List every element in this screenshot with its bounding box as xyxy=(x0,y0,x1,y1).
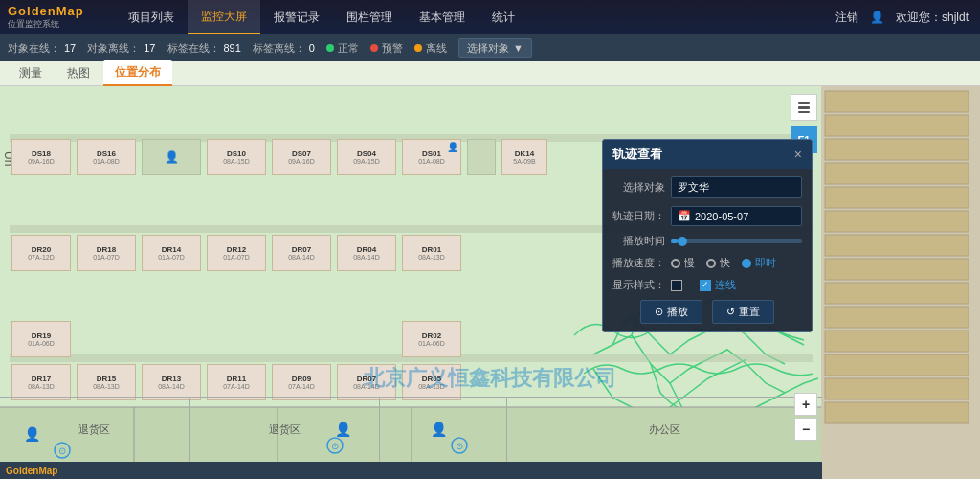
status-normal-label: 正常 xyxy=(338,41,359,56)
slider-thumb[interactable] xyxy=(678,237,687,246)
svg-rect-5 xyxy=(825,163,969,184)
shelf-dr11: DR11 07A-14D xyxy=(207,364,266,400)
slider-fill xyxy=(671,240,678,243)
track-panel-header: 轨迹查看 × xyxy=(603,140,812,169)
display-line-checkbox[interactable] xyxy=(700,280,711,291)
speed-fast-label: 快 xyxy=(720,256,730,270)
svg-rect-11 xyxy=(825,307,969,328)
stat-tag-offline-value: 0 xyxy=(309,42,315,54)
svg-rect-9 xyxy=(825,259,969,280)
nav-item-fence[interactable]: 围栏管理 xyxy=(333,0,406,34)
logout-button[interactable]: 注销 xyxy=(835,10,858,26)
speed-fast-radio[interactable] xyxy=(706,259,716,268)
status-warning-label: 预警 xyxy=(382,41,403,56)
track-date-row: 轨迹日期： 📅 2020-05-07 xyxy=(612,206,802,226)
speed-slow-label: 慢 xyxy=(684,256,695,270)
nav-item-projects[interactable]: 项目列表 xyxy=(115,0,188,34)
shelf-dr02: DR02 01A-06D xyxy=(402,321,461,357)
bottom-bar: GoldenMap xyxy=(0,462,822,479)
zone-return-2: 退货区 xyxy=(190,398,381,462)
subtab-location[interactable]: 位置分布 xyxy=(103,60,172,86)
subtab-measure[interactable]: 测量 xyxy=(8,61,54,85)
svg-rect-13 xyxy=(825,354,969,376)
time-slider[interactable] xyxy=(671,240,802,243)
track-select-value[interactable]: 罗文华 xyxy=(671,176,802,198)
display-line-group: 连线 xyxy=(700,278,736,292)
play-button[interactable]: ⊙ 播放 xyxy=(640,300,702,324)
status-warning: 预警 xyxy=(370,41,403,56)
layers-icon xyxy=(796,100,812,115)
shelf-dk14: DK14 5A-09B xyxy=(501,139,547,175)
layer-button[interactable] xyxy=(791,94,817,121)
nav-item-stats[interactable]: 统计 xyxy=(479,0,528,34)
speed-fast[interactable]: 快 xyxy=(706,256,730,270)
zone-office: 办公区 xyxy=(507,398,822,462)
logo-sub: 位置监控系统 xyxy=(8,18,59,31)
play-icon: ⊙ xyxy=(655,306,663,318)
svg-rect-3 xyxy=(825,115,969,136)
reset-button[interactable]: ↺ 重置 xyxy=(712,300,774,324)
stat-tag-online-value: 891 xyxy=(224,42,241,54)
map-container: ⊙ ⊙ ⊙ Un DS18 09A-16D DS16 01A-08D 👤 DS1… xyxy=(0,86,980,479)
shelf-dr05: DR05 08A-13D xyxy=(402,364,461,400)
nav-item-monitor[interactable]: 监控大屏 xyxy=(188,0,260,34)
shelf-dr18: DR18 01A-07D xyxy=(77,235,136,271)
track-select-label: 选择对象 xyxy=(612,180,665,194)
shelf-ds16: DS16 01A-08D xyxy=(77,139,136,175)
speed-instant[interactable]: 即时 xyxy=(742,256,776,270)
track-display-label: 显示样式： xyxy=(612,278,665,292)
svg-rect-14 xyxy=(825,378,969,399)
track-panel-title: 轨迹查看 xyxy=(612,146,662,163)
zoom-in-button[interactable]: + xyxy=(794,393,817,416)
speed-slow-radio[interactable] xyxy=(671,259,680,268)
stat-offline: 对象离线： 17 xyxy=(87,41,155,56)
svg-rect-10 xyxy=(825,283,969,304)
svg-rect-1 xyxy=(821,86,980,479)
person-icon-1: 👤 xyxy=(165,150,179,164)
track-time-label: 播放时间 xyxy=(612,234,665,248)
zone-gap xyxy=(380,398,507,462)
subtabs: 测量 热图 位置分布 xyxy=(0,61,980,86)
stat-offline-value: 17 xyxy=(144,42,155,54)
user-greeting: 欢迎您：shjldt xyxy=(896,10,969,26)
nav-item-basic[interactable]: 基本管理 xyxy=(406,0,479,34)
shelf-dr12: DR12 01A-07D xyxy=(207,235,266,271)
play-label: 播放 xyxy=(667,305,688,319)
chevron-down-icon: ▼ xyxy=(513,42,523,54)
track-buttons: ⊙ 播放 ↺ 重置 xyxy=(612,300,802,324)
shelf-gap4 xyxy=(142,321,201,357)
header-right: 注销 👤 欢迎您：shjldt xyxy=(824,10,980,26)
status-offline-label: 离线 xyxy=(426,41,447,56)
track-time-row: 播放时间 xyxy=(612,234,802,248)
shelf-gap1: 👤 xyxy=(142,139,201,175)
logo-text: GoldenMap xyxy=(8,4,84,18)
select-object-label: 选择对象 xyxy=(467,41,509,56)
shelf-dr20: DR20 07A-12D xyxy=(11,235,71,271)
shelf-ds04: DS04 09A-15D xyxy=(337,139,396,175)
svg-rect-2 xyxy=(825,91,969,112)
display-checkbox-unchecked[interactable] xyxy=(671,280,682,291)
shelf-ds07: DS07 09A-16D xyxy=(272,139,331,175)
shelf-gap5 xyxy=(207,321,266,357)
zoom-out-button[interactable]: − xyxy=(794,418,817,441)
stat-tag-offline-label: 标签离线： xyxy=(253,41,305,56)
svg-rect-7 xyxy=(825,211,969,232)
subtab-heatmap[interactable]: 热图 xyxy=(56,61,101,85)
track-panel-close-button[interactable]: × xyxy=(794,147,802,162)
user-icon: 👤 xyxy=(870,11,884,24)
stat-online-value: 17 xyxy=(64,42,76,54)
toolbar: 对象在线： 17 对象离线： 17 标签在线： 891 标签离线： 0 正常 预… xyxy=(0,34,980,61)
shelf-dr09: DR09 07A-14D xyxy=(272,364,331,400)
shelf-dr19: DR19 01A-06D xyxy=(11,321,71,357)
shelf-row-4: DR17 08A-13D DR15 08A-13D DR13 08A-14D D… xyxy=(11,364,461,400)
nav-item-alarm[interactable]: 报警记录 xyxy=(260,0,333,34)
track-speed-row: 播放速度： 慢 快 即时 xyxy=(612,256,802,270)
track-select-row: 选择对象 罗文华 xyxy=(612,176,802,198)
speed-slow[interactable]: 慢 xyxy=(671,256,695,270)
stat-offline-label: 对象离线： xyxy=(87,41,140,56)
speed-instant-radio[interactable] xyxy=(742,259,751,268)
reset-icon: ↺ xyxy=(726,306,735,318)
select-object-button[interactable]: 选择对象 ▼ xyxy=(458,38,532,58)
track-date-value[interactable]: 📅 2020-05-07 xyxy=(671,206,802,226)
shelf-dr07b: DR07 08A-14D xyxy=(337,364,396,400)
